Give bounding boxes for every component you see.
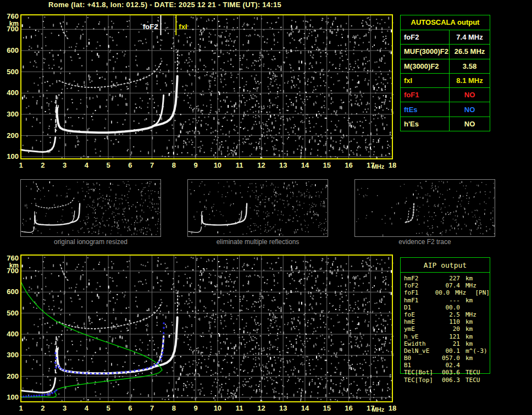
x-tick-label: 7 bbox=[150, 404, 154, 412]
noise-dot bbox=[281, 136, 282, 137]
noise-dot bbox=[306, 338, 307, 339]
noise-dot bbox=[386, 350, 387, 351]
noise-dot bbox=[226, 31, 227, 32]
noise-dot bbox=[302, 109, 303, 110]
noise-dot bbox=[198, 290, 199, 291]
noise-dot bbox=[109, 336, 110, 337]
noise-dot bbox=[97, 97, 98, 98]
noise-dot bbox=[259, 389, 260, 390]
noise-dot bbox=[332, 383, 334, 384]
noise-dot bbox=[359, 38, 361, 39]
noise-dot bbox=[322, 335, 323, 336]
noise-dot bbox=[315, 39, 317, 42]
noise-dot bbox=[189, 131, 190, 132]
noise-dot bbox=[114, 375, 115, 378]
noise-dot bbox=[99, 45, 101, 46]
noise-dot bbox=[243, 339, 245, 340]
noise-dot bbox=[365, 63, 366, 64]
noise-dot bbox=[351, 125, 352, 128]
noise-dot bbox=[32, 147, 33, 150]
noise-dot bbox=[296, 348, 297, 351]
noise-dot bbox=[80, 103, 81, 104]
noise-dot bbox=[242, 384, 243, 385]
aip-table-title: AIP output bbox=[401, 258, 490, 273]
noise-dot bbox=[126, 345, 128, 348]
noise-dot bbox=[336, 352, 337, 353]
noise-dot bbox=[276, 107, 278, 108]
noise-dot bbox=[64, 356, 65, 358]
noise-dot bbox=[356, 97, 357, 98]
noise-dot bbox=[184, 140, 185, 141]
noise-dot bbox=[329, 311, 330, 312]
noise-dot bbox=[336, 112, 337, 113]
y-tick-label: 100 bbox=[7, 393, 19, 401]
noise-dot bbox=[75, 269, 76, 270]
noise-dot bbox=[346, 148, 347, 149]
noise-dot bbox=[326, 270, 327, 272]
noise-dot bbox=[305, 370, 306, 372]
noise-dot bbox=[184, 342, 185, 343]
noise-dot bbox=[84, 81, 85, 84]
noise-dot bbox=[330, 400, 331, 401]
noise-dot bbox=[47, 98, 48, 99]
noise-dot bbox=[44, 16, 45, 18]
noise-dot bbox=[178, 35, 179, 36]
noise-dot bbox=[360, 368, 361, 369]
noise-dot bbox=[242, 298, 243, 300]
noise-dot bbox=[87, 157, 88, 158]
noise-dot bbox=[58, 67, 59, 68]
noise-dot bbox=[325, 48, 326, 51]
noise-dot bbox=[210, 346, 212, 347]
noise-dot bbox=[323, 354, 324, 355]
noise-dot bbox=[320, 73, 321, 75]
noise-dot bbox=[260, 324, 261, 325]
noise-dot bbox=[254, 30, 256, 31]
noise-dot bbox=[79, 298, 80, 300]
noise-dot bbox=[297, 291, 298, 292]
noise-dot bbox=[175, 257, 176, 258]
noise-dot bbox=[313, 295, 314, 296]
noise-dot bbox=[157, 20, 158, 21]
noise-dot bbox=[254, 24, 255, 25]
noise-dot bbox=[268, 309, 269, 311]
noise-dot bbox=[218, 21, 219, 22]
noise-dot bbox=[337, 400, 338, 401]
noise-dot bbox=[274, 145, 275, 146]
noise-dot bbox=[240, 60, 241, 61]
autoscala-row-MUF(3000)F2: MUF(3000)F226.5 MHz bbox=[401, 45, 490, 59]
noise-dot bbox=[223, 92, 224, 93]
noise-dot bbox=[360, 91, 361, 93]
noise-dot bbox=[256, 302, 257, 303]
noise-dot bbox=[280, 331, 281, 333]
noise-dot bbox=[365, 146, 367, 149]
noise-dot bbox=[233, 81, 234, 82]
noise-dot bbox=[324, 107, 325, 108]
noise-dot bbox=[208, 19, 209, 20]
noise-dot bbox=[346, 295, 347, 296]
noise-dot bbox=[160, 89, 161, 90]
x-axis-unit: MHz bbox=[372, 163, 385, 170]
noise-dot bbox=[386, 124, 387, 125]
noise-dot bbox=[157, 260, 158, 261]
noise-dot bbox=[220, 322, 221, 323]
noise-dot bbox=[29, 355, 30, 356]
noise-dot bbox=[353, 396, 354, 397]
noise-dot bbox=[320, 62, 321, 63]
noise-dot bbox=[146, 361, 147, 362]
noise-dot bbox=[307, 341, 308, 342]
noise-dot bbox=[83, 156, 84, 157]
noise-dot bbox=[197, 364, 198, 366]
noise-dot bbox=[126, 355, 127, 356]
noise-dot bbox=[190, 51, 191, 52]
noise-dot bbox=[267, 42, 268, 43]
noise-dot bbox=[348, 101, 350, 102]
noise-dot bbox=[90, 76, 91, 78]
noise-dot bbox=[226, 45, 227, 46]
noise-dot bbox=[186, 374, 187, 375]
noise-dot bbox=[378, 97, 379, 98]
noise-dot bbox=[202, 356, 203, 357]
noise-dot bbox=[364, 298, 365, 301]
noise-dot bbox=[215, 372, 217, 373]
noise-dot bbox=[49, 309, 50, 310]
autoscala-row-value: NO bbox=[450, 102, 490, 116]
